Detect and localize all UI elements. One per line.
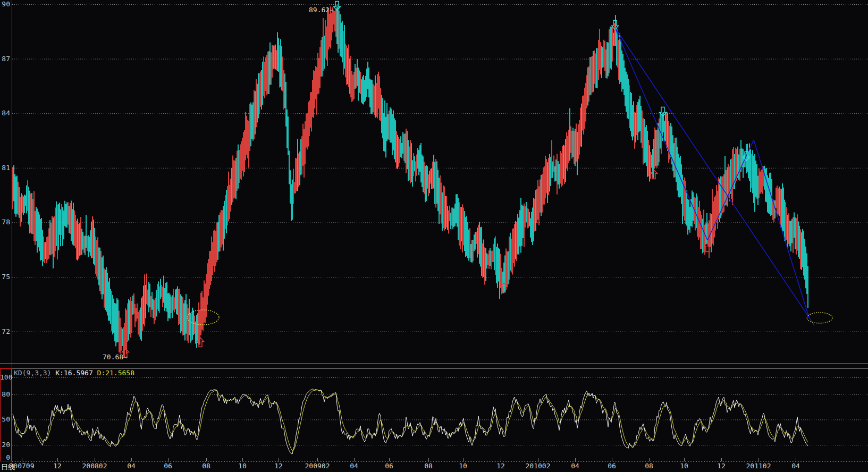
kd-tick-20: 20 <box>0 441 10 449</box>
x-label-200902: 200902 <box>305 462 330 470</box>
x-label-06: 06 <box>608 462 616 470</box>
x-label-12: 12 <box>496 462 505 470</box>
kd-tick-50: 50 <box>0 416 10 423</box>
x-label-04: 04 <box>127 462 136 470</box>
indicator-name[interactable]: KD(9,3,3) <box>14 369 51 377</box>
high-price-value: 89.62 <box>309 6 330 14</box>
stock-chart-window: 90878481787572 1008050200 20070912200802… <box>0 0 868 472</box>
kd-tick-80: 80 <box>0 391 10 398</box>
x-label-200802: 200802 <box>82 462 107 470</box>
x-label-12: 12 <box>274 462 283 470</box>
period-label[interactable]: 日线 <box>1 462 15 472</box>
x-label-10: 10 <box>680 462 688 470</box>
indicator-d-value: D:21.5658 <box>97 369 134 377</box>
x-label-08: 08 <box>645 462 653 470</box>
high-price-annotation: 89.62→ <box>309 6 334 14</box>
price-tick-87: 87 <box>0 55 10 63</box>
x-label-04: 04 <box>350 462 358 470</box>
chart-canvas[interactable] <box>0 0 868 472</box>
x-label-12: 12 <box>717 462 726 470</box>
x-label-08: 08 <box>424 462 433 470</box>
price-tick-90: 90 <box>0 1 10 8</box>
x-label-04: 04 <box>571 462 579 470</box>
price-tick-72: 72 <box>0 328 10 335</box>
x-label-06: 06 <box>164 462 172 470</box>
x-label-10: 10 <box>238 462 247 470</box>
price-tick-84: 84 <box>0 109 10 117</box>
low-price-value: 70.68 <box>103 353 123 361</box>
x-label-201102: 201102 <box>746 462 771 470</box>
price-tick-75: 75 <box>0 273 10 281</box>
x-label-10: 10 <box>459 462 467 470</box>
price-tick-78: 78 <box>0 218 10 226</box>
kd-tick-100: 100 <box>0 374 10 381</box>
x-label-04: 04 <box>791 462 800 470</box>
right-arrow-icon: → <box>330 6 334 14</box>
low-price-annotation: 70.68→ <box>103 353 128 361</box>
x-label-201002: 201002 <box>526 462 551 470</box>
right-arrow-icon: → <box>123 353 128 361</box>
indicator-header: KD(9,3,3) K:16.5967 D:21.5658 <box>14 369 134 377</box>
x-label-08: 08 <box>202 462 210 470</box>
price-tick-81: 81 <box>0 164 10 172</box>
x-label-06: 06 <box>385 462 393 470</box>
indicator-k-value: K:16.5967 <box>55 369 92 377</box>
x-label-12: 12 <box>53 462 62 470</box>
kd-tick-0: 0 <box>0 454 10 461</box>
